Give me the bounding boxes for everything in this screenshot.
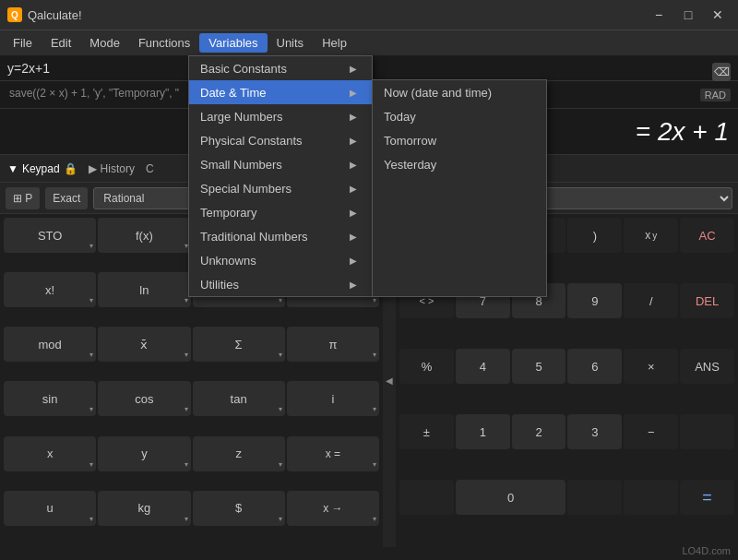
btn-empty3 xyxy=(567,480,622,515)
btn-del[interactable]: DEL xyxy=(680,283,734,318)
history-label: History xyxy=(101,162,135,175)
btn-plusminus[interactable]: ± xyxy=(399,414,454,449)
menu-unknowns[interactable]: Unknowns ▶ xyxy=(189,248,372,272)
btn-sin[interactable]: sin▾ xyxy=(4,381,96,416)
result-small-text: save((2 × x) + 1, 'y', "Temporary", " xyxy=(9,85,179,101)
menu-date-time[interactable]: Date & Time ▶ xyxy=(189,80,372,104)
submenu-arrow: ▶ xyxy=(350,64,357,74)
watermark: LO4D.com xyxy=(682,545,731,556)
rad-badge: RAD xyxy=(700,89,731,101)
btn-close-paren[interactable]: ) xyxy=(567,218,622,253)
datetime-submenu: Now (date and time) Today Tomorrow Yeste… xyxy=(372,79,547,297)
submenu-arrow: ▶ xyxy=(350,280,357,290)
btn-multiply[interactable]: × xyxy=(624,349,678,384)
btn-sto[interactable]: STO▾ xyxy=(4,218,96,253)
btn-percent[interactable]: % xyxy=(399,349,454,384)
btn-empty2 xyxy=(399,480,454,515)
btn-cos[interactable]: cos▾ xyxy=(98,381,190,416)
collapse-label: C xyxy=(146,162,154,175)
history-tab[interactable]: ▶ History xyxy=(89,162,135,175)
menu-temporary[interactable]: Temporary ▶ xyxy=(189,200,372,224)
btn-tan[interactable]: tan▾ xyxy=(193,381,285,416)
menu-physical-constants[interactable]: Physical Constants ▶ xyxy=(189,128,372,152)
submenu-arrow: ▶ xyxy=(350,112,357,122)
menu-utilities[interactable]: Utilities ▶ xyxy=(189,272,372,296)
clear-button[interactable]: ⌫ xyxy=(712,63,731,81)
btn-minus[interactable]: − xyxy=(624,414,678,449)
btn-i[interactable]: i▾ xyxy=(287,381,379,416)
btn-3[interactable]: 3 xyxy=(567,414,622,449)
app-title: Qalculate! xyxy=(28,8,646,22)
lock-icon: 🔒 xyxy=(64,162,77,175)
submenu-yesterday[interactable]: Yesterday xyxy=(373,152,546,176)
menu-traditional-numbers[interactable]: Traditional Numbers ▶ xyxy=(189,224,372,248)
submenu-now[interactable]: Now (date and time) xyxy=(373,80,546,104)
menu-basic-constants[interactable]: Basic Constants ▶ xyxy=(189,56,372,80)
btn-4[interactable]: 4 xyxy=(456,349,510,384)
p-button[interactable]: ⊞ P xyxy=(6,187,40,209)
btn-pi[interactable]: π▾ xyxy=(287,327,379,362)
menu-large-numbers[interactable]: Large Numbers ▶ xyxy=(189,104,372,128)
menu-variables[interactable]: Variables xyxy=(199,33,267,53)
title-bar: Q Qalculate! − □ ✕ xyxy=(0,0,738,30)
menu-special-numbers[interactable]: Special Numbers ▶ xyxy=(189,176,372,200)
btn-equals[interactable]: = xyxy=(680,480,734,515)
history-arrow: ▶ xyxy=(89,162,97,175)
btn-6[interactable]: 6 xyxy=(567,349,622,384)
menu-help[interactable]: Help xyxy=(313,33,356,53)
submenu-arrow: ▶ xyxy=(350,160,357,170)
btn-z[interactable]: z▾ xyxy=(193,436,285,471)
menu-functions[interactable]: Functions xyxy=(129,33,199,53)
btn-2[interactable]: 2 xyxy=(512,414,566,449)
btn-xpowy[interactable]: xy xyxy=(624,218,678,253)
submenu-arrow: ▶ xyxy=(350,184,357,194)
btn-sigma[interactable]: Σ▾ xyxy=(193,327,285,362)
btn-ac[interactable]: AC xyxy=(680,218,734,253)
submenu-arrow: ▶ xyxy=(350,232,357,242)
close-button[interactable]: ✕ xyxy=(705,5,731,25)
btn-kg[interactable]: kg▾ xyxy=(98,491,190,526)
submenu-arrow: ▶ xyxy=(350,208,357,218)
btn-ans[interactable]: ANS xyxy=(680,349,734,384)
btn-fx[interactable]: f(x)▾ xyxy=(98,218,190,253)
btn-u[interactable]: u▾ xyxy=(4,491,96,526)
btn-5[interactable]: 5 xyxy=(512,349,566,384)
submenu-arrow: ▶ xyxy=(350,88,357,98)
window-controls: − □ ✕ xyxy=(646,5,731,25)
btn-xbar[interactable]: x̄▾ xyxy=(98,327,190,362)
maximize-button[interactable]: □ xyxy=(675,5,701,25)
submenu-arrow: ▶ xyxy=(350,136,357,146)
btn-ln[interactable]: ln▾ xyxy=(98,272,190,307)
btn-divide[interactable]: / xyxy=(624,283,678,318)
collapse-tab[interactable]: C xyxy=(146,162,154,175)
exact-button[interactable]: Exact xyxy=(45,187,88,209)
minimize-button[interactable]: − xyxy=(646,5,672,25)
btn-0[interactable]: 0 xyxy=(456,480,566,515)
btn-9[interactable]: 9 xyxy=(567,283,622,318)
btn-empty1 xyxy=(680,414,734,449)
btn-x[interactable]: x▾ xyxy=(4,436,96,471)
btn-mod[interactable]: mod▾ xyxy=(4,327,96,362)
submenu-arrow: ▶ xyxy=(350,256,357,266)
dropdown-icon: ▼ xyxy=(7,162,18,175)
btn-y[interactable]: y▾ xyxy=(98,436,190,471)
btn-1[interactable]: 1 xyxy=(456,414,510,449)
app-icon: Q xyxy=(7,7,22,22)
menu-small-numbers[interactable]: Small Numbers ▶ xyxy=(189,152,372,176)
keypad-tab[interactable]: ▼ Keypad 🔒 xyxy=(7,162,77,175)
menu-units[interactable]: Units xyxy=(268,33,314,53)
menu-file[interactable]: File xyxy=(4,33,42,53)
btn-factorial[interactable]: x!▾ xyxy=(4,272,96,307)
btn-dollar[interactable]: $▾ xyxy=(193,491,285,526)
menu-mode[interactable]: Mode xyxy=(80,33,129,53)
result-math: = 2x + 1 xyxy=(636,117,729,147)
btn-xarrow[interactable]: x →▾ xyxy=(287,491,379,526)
submenu-today[interactable]: Today xyxy=(373,104,546,128)
menu-bar: File Edit Mode Functions Variables Units… xyxy=(0,30,738,55)
menu-edit[interactable]: Edit xyxy=(42,33,80,53)
btn-empty4 xyxy=(624,480,678,515)
submenu-tomorrow[interactable]: Tomorrow xyxy=(373,128,546,152)
variables-dropdown: Basic Constants ▶ Date & Time ▶ Large Nu… xyxy=(188,55,373,297)
btn-xeq[interactable]: x =▾ xyxy=(287,436,379,471)
keypad-label: Keypad xyxy=(22,162,60,175)
